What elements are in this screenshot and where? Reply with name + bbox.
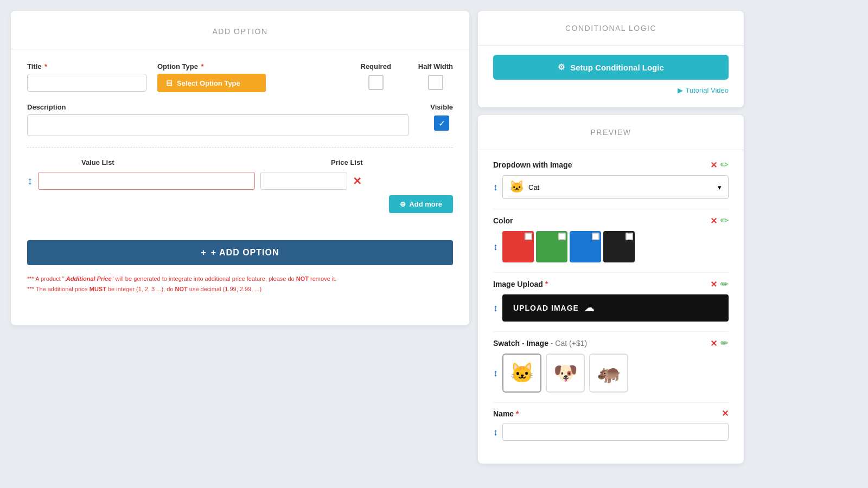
add-option-title: ADD OPTION bbox=[27, 27, 453, 36]
preview-item-swatch-header: Swatch - Image - Cat (+$1) ✕ ✏ bbox=[493, 337, 729, 349]
preview-color-controls: ✕ ✏ bbox=[710, 215, 729, 227]
tutorial-container: ▶ Tutorial Video bbox=[493, 86, 729, 94]
preview-item-name-header: Name * ✕ bbox=[493, 408, 729, 419]
value-list-label: Value List bbox=[81, 158, 320, 166]
swatch-img-cat[interactable]: 🐱 bbox=[502, 354, 541, 393]
tutorial-label: Tutorial Video bbox=[686, 86, 729, 94]
swatch-img-hippo[interactable]: 🦛 bbox=[589, 354, 628, 393]
swatch-img-dog[interactable]: 🐶 bbox=[546, 354, 585, 393]
swatch-images: 🐱 🐶 🦛 bbox=[502, 354, 628, 393]
price-input-1[interactable] bbox=[260, 172, 347, 190]
color-swatch-green[interactable] bbox=[536, 231, 567, 262]
add-more-icon: ⊕ bbox=[400, 200, 406, 208]
description-input[interactable] bbox=[27, 114, 409, 136]
setup-conditional-logic-button[interactable]: ⚙ Setup Conditional Logic bbox=[493, 55, 729, 80]
preview-item-swatch-title: Swatch - Image - Cat (+$1) bbox=[493, 339, 587, 348]
form-row-1: Title * Option Type * ⊟ Select Option Ty… bbox=[27, 62, 453, 92]
add-more-button[interactable]: ⊕ Add more bbox=[389, 195, 453, 213]
preview-item-swatch: Swatch - Image - Cat (+$1) ✕ ✏ ↕ 🐱 🐶 🦛 bbox=[493, 337, 729, 393]
footnote: *** A product ".Additional Price" will b… bbox=[27, 274, 453, 294]
add-option-panel: ADD OPTION Title * Option Type * ⊟ Selec… bbox=[11, 11, 469, 325]
remove-row-button-1[interactable]: ✕ bbox=[353, 176, 362, 187]
preview-color-edit[interactable]: ✏ bbox=[720, 215, 729, 227]
name-input-preview[interactable] bbox=[502, 423, 729, 441]
preview-swatch-edit[interactable]: ✏ bbox=[720, 337, 729, 349]
price-list-label: Price List bbox=[331, 158, 453, 166]
half-width-checkbox[interactable] bbox=[428, 75, 443, 90]
preview-item-upload-title: Image Upload * bbox=[493, 280, 548, 288]
title-group: Title * bbox=[27, 62, 146, 92]
half-width-group: Half Width bbox=[418, 62, 453, 90]
required-label: Required bbox=[361, 62, 391, 70]
color-swatch-red[interactable] bbox=[502, 231, 534, 262]
description-label: Description bbox=[27, 103, 409, 111]
preview-name-controls: ✕ bbox=[722, 408, 729, 419]
footnote-line-2: *** The additional price MUST be integer… bbox=[27, 284, 453, 294]
preview-swatch-controls: ✕ ✏ bbox=[710, 337, 729, 349]
add-more-label: Add more bbox=[409, 200, 442, 208]
preview-upload-remove[interactable]: ✕ bbox=[710, 279, 717, 290]
preview-color-sort[interactable]: ↕ bbox=[493, 242, 498, 252]
description-group: Description bbox=[27, 103, 409, 136]
select-option-type-button[interactable]: ⊟ Select Option Type bbox=[157, 74, 266, 92]
preview-dropdown-controls: ✕ ✏ bbox=[710, 159, 729, 171]
dropdown-preview-inner: 🐱 Cat bbox=[509, 180, 539, 194]
sort-handle-1[interactable]: ↕ bbox=[27, 175, 33, 187]
preview-swatch-sort[interactable]: ↕ bbox=[493, 368, 498, 378]
tutorial-link[interactable]: ▶ Tutorial Video bbox=[678, 86, 729, 94]
preview-dropdown-remove[interactable]: ✕ bbox=[710, 160, 717, 170]
upload-image-button[interactable]: UPLOAD IMAGE ☁ bbox=[502, 294, 729, 322]
preview-name-remove[interactable]: ✕ bbox=[722, 408, 729, 419]
preview-item-name: Name * ✕ ↕ bbox=[493, 408, 729, 441]
preview-upload-edit[interactable]: ✏ bbox=[720, 278, 729, 290]
select-option-btn-label: Select Option Type bbox=[177, 79, 240, 87]
preview-swatch-row: ↕ 🐱 🐶 🦛 bbox=[493, 354, 729, 393]
value-price-row-1: ↕ ✕ bbox=[27, 172, 453, 190]
visible-group: Visible ✓ bbox=[430, 103, 453, 131]
add-option-icon: + bbox=[201, 248, 207, 258]
preview-dropdown-select[interactable]: 🐱 Cat ▾ bbox=[502, 175, 729, 199]
title-input[interactable] bbox=[27, 74, 146, 92]
conditional-logic-card: CONDITIONAL LOGIC ⚙ Setup Conditional Lo… bbox=[478, 11, 744, 107]
preview-upload-sort[interactable]: ↕ bbox=[493, 303, 498, 313]
required-checkbox[interactable] bbox=[368, 75, 384, 90]
title-required-star: * bbox=[43, 62, 48, 70]
preview-name-sort[interactable]: ↕ bbox=[493, 427, 498, 437]
preview-item-color-header: Color ✕ ✏ bbox=[493, 215, 729, 227]
preview-color-row: ↕ bbox=[493, 231, 729, 262]
preview-item-color-title: Color bbox=[493, 216, 513, 225]
preview-upload-controls: ✕ ✏ bbox=[710, 278, 729, 290]
sort-arrow-icon: ↕ bbox=[27, 175, 33, 187]
color-swatch-black[interactable] bbox=[603, 231, 635, 262]
chevron-down-icon: ▾ bbox=[718, 183, 722, 191]
cloud-icon: ☁ bbox=[584, 302, 595, 314]
upload-btn-label: UPLOAD IMAGE bbox=[513, 304, 579, 312]
preview-name-row: ↕ bbox=[493, 423, 729, 441]
title-label: Title * bbox=[27, 62, 146, 70]
preview-item-dropdown: Dropdown with Image ✕ ✏ ↕ 🐱 Cat ▾ bbox=[493, 159, 729, 199]
preview-item-dropdown-title: Dropdown with Image bbox=[493, 160, 572, 169]
setup-logic-label: Setup Conditional Logic bbox=[570, 63, 664, 72]
color-swatch-blue[interactable] bbox=[570, 231, 601, 262]
required-group: Required bbox=[361, 62, 391, 90]
preview-color-remove[interactable]: ✕ bbox=[710, 216, 717, 226]
preview-dropdown-edit[interactable]: ✏ bbox=[720, 159, 729, 171]
preview-item-color: Color ✕ ✏ ↕ bbox=[493, 215, 729, 262]
option-type-required-star: * bbox=[199, 62, 204, 70]
preview-item-upload: Image Upload * ✕ ✏ ↕ UPLOAD IMAGE ☁ bbox=[493, 278, 729, 322]
preview-dropdown-sort[interactable]: ↕ bbox=[493, 182, 498, 192]
visible-checkbox[interactable]: ✓ bbox=[434, 115, 449, 131]
value-input-1[interactable] bbox=[38, 172, 255, 190]
preview-item-dropdown-header: Dropdown with Image ✕ ✏ bbox=[493, 159, 729, 171]
conditional-logic-title: CONDITIONAL LOGIC bbox=[493, 24, 729, 33]
preview-swatch-remove[interactable]: ✕ bbox=[710, 338, 717, 349]
add-more-container: ⊕ Add more bbox=[27, 195, 453, 224]
add-option-button[interactable]: + + ADD OPTION bbox=[27, 240, 453, 265]
right-panel: CONDITIONAL LOGIC ⚙ Setup Conditional Lo… bbox=[478, 11, 744, 464]
add-option-btn-label: + ADD OPTION bbox=[211, 248, 279, 258]
option-type-group: Option Type * ⊟ Select Option Type bbox=[157, 62, 277, 92]
preview-title: PREVIEW bbox=[493, 128, 729, 137]
preview-dropdown-row: ↕ 🐱 Cat ▾ bbox=[493, 175, 729, 199]
preview-item-name-title: Name * bbox=[493, 409, 519, 418]
cat-emoji: 🐱 bbox=[509, 180, 524, 194]
